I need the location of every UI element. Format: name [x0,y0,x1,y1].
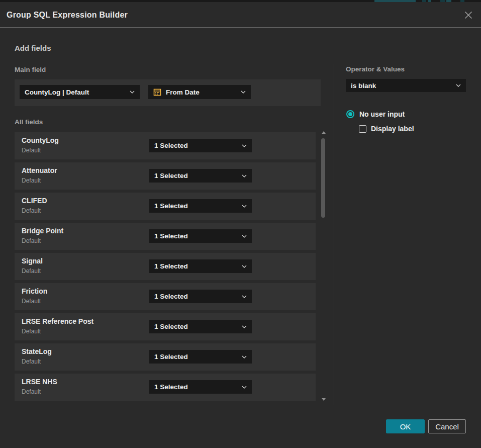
field-row: CLIFED Default 1 Selected [15,193,316,220]
chevron-down-icon [242,355,247,359]
field-row: Attenuator Default 1 Selected [15,162,316,190]
no-user-input-label: No user input [359,110,405,118]
field-name: Bridge Point [22,227,63,235]
chevron-down-icon [242,265,247,268]
field-selection-value: 1 Selected [154,353,239,361]
layer-dropdown[interactable]: CountyLog | Default [20,85,140,99]
field-selection-dropdown[interactable]: 1 Selected [149,259,252,273]
field-row: CountyLog Default 1 Selected [15,132,316,159]
no-user-input-option: No user input [346,110,405,118]
chevron-down-icon [242,205,247,208]
checkbox-unchecked-icon[interactable] [359,125,366,133]
field-name: LRSE Reference Post [22,317,93,325]
field-name: CountyLog [22,136,59,144]
main-field-label: Main field [15,66,46,73]
dialog-header: Group SQL Expression Builder [0,2,481,28]
field-type-label: Default [22,237,41,244]
field-selection-value: 1 Selected [154,202,239,210]
dialog-title: Group SQL Expression Builder [7,2,128,28]
close-icon[interactable] [463,10,473,20]
field-row: LRSE Reference Post Default 1 Selected [15,313,316,340]
field-name: Friction [22,287,47,295]
field-type-label: Default [22,177,41,184]
chevron-down-icon [242,325,247,328]
radio-selected-icon[interactable] [346,110,354,118]
field-selection-dropdown[interactable]: 1 Selected [149,350,252,364]
operator-dropdown-value: is blank [351,82,453,89]
chevron-down-icon [242,386,247,389]
field-selection-value: 1 Selected [154,323,239,330]
field-type-label: Default [22,328,41,335]
field-selection-value: 1 Selected [154,293,239,300]
field-row: StateLog Default 1 Selected [15,343,316,371]
field-row: Signal Default 1 Selected [15,253,316,280]
display-label-label: Display label [371,125,414,133]
display-label-option: Display label [359,125,414,133]
field-type-label: Default [22,358,41,365]
field-type-label: Default [22,388,41,395]
field-selection-value: 1 Selected [154,232,239,240]
field-selection-value: 1 Selected [154,383,239,391]
add-fields-heading: Add fields [15,44,51,52]
field-row: Friction Default 1 Selected [15,283,316,310]
main-field-dropdown-value: From Date [166,88,238,96]
chevron-down-icon [242,235,247,238]
field-type-label: Default [22,147,41,154]
field-name: Attenuator [22,166,57,174]
chevron-down-icon [242,295,247,298]
field-selection-dropdown[interactable]: 1 Selected [149,139,252,152]
field-selection-dropdown[interactable]: 1 Selected [149,199,252,213]
field-type-label: Default [22,298,41,305]
screen: Group SQL Expression Builder Add fields … [0,0,481,448]
field-selection-value: 1 Selected [154,172,239,180]
all-fields-list: CountyLog Default 1 Selected Attenuator … [15,132,316,404]
scrollbar-thumb[interactable] [321,138,325,218]
group-sql-expression-builder-dialog: Group SQL Expression Builder Add fields … [0,2,481,448]
field-selection-dropdown[interactable]: 1 Selected [149,169,252,183]
layer-dropdown-value: CountyLog | Default [25,88,127,96]
field-name: Signal [22,257,43,265]
field-selection-value: 1 Selected [154,262,239,270]
column-divider [334,64,334,405]
main-field-dropdown[interactable]: From Date [148,85,251,99]
field-type-label: Default [22,267,41,275]
scrollbar-up-arrow-icon[interactable] [322,131,326,134]
field-row: LRSE NHS Default 1 Selected [15,374,316,401]
field-name: CLIFED [22,197,47,205]
field-selection-dropdown[interactable]: 1 Selected [149,320,252,333]
ok-button[interactable]: OK [386,419,425,433]
field-type-label: Default [22,207,41,214]
field-selection-dropdown[interactable]: 1 Selected [149,290,252,303]
operator-values-label: Operator & Values [346,65,405,73]
scrollbar-down-arrow-icon[interactable] [322,398,326,401]
chevron-down-icon [130,91,135,94]
all-fields-label: All fields [15,118,43,126]
field-selection-dropdown[interactable]: 1 Selected [149,229,252,243]
calendar-date-icon [153,88,161,96]
chevron-down-icon [242,144,247,147]
cancel-button[interactable]: Cancel [428,419,466,433]
field-name: LRSE NHS [22,378,57,386]
field-selection-value: 1 Selected [154,142,239,149]
operator-dropdown[interactable]: is blank [346,79,466,92]
field-name: StateLog [22,347,52,355]
chevron-down-icon [241,91,246,94]
field-selection-dropdown[interactable]: 1 Selected [149,380,252,394]
chevron-down-icon [456,84,461,87]
field-row: Bridge Point Default 1 Selected [15,223,316,250]
main-field-panel: CountyLog | Default From Date [15,79,321,106]
chevron-down-icon [242,174,247,177]
